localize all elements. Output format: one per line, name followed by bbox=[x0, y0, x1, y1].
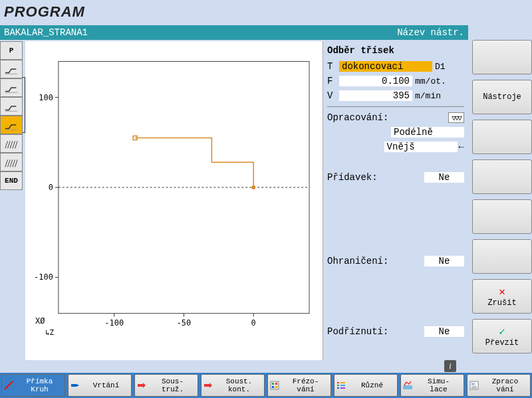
undercut-label: Podříznutí: bbox=[327, 326, 388, 337]
svg-rect-28 bbox=[337, 387, 339, 389]
svg-text:XØ: XØ bbox=[35, 316, 45, 326]
bk-proc[interactable]: NCZpracování bbox=[467, 374, 531, 397]
plot-area: -100-500-1000100XØ↳Z bbox=[25, 41, 323, 360]
svg-rect-18 bbox=[71, 384, 76, 387]
svg-rect-29 bbox=[340, 382, 345, 383]
f-value[interactable]: 0.100 bbox=[339, 76, 412, 86]
right-softkeys: Nástroje✕Zrušit✓Převzít bbox=[472, 40, 532, 359]
allowance-value[interactable]: Ne bbox=[424, 172, 464, 183]
f-label: F bbox=[327, 76, 339, 86]
svg-rect-21 bbox=[271, 381, 279, 389]
tool-end[interactable]: END bbox=[0, 171, 23, 190]
svg-text:NC: NC bbox=[471, 383, 475, 387]
svg-text:-50: -50 bbox=[177, 318, 192, 328]
allowance-label: Přídavek: bbox=[327, 172, 378, 183]
parameter-panel: Odběr třísek T dokoncovaci D1 F 0.100 mm… bbox=[323, 41, 468, 360]
svg-rect-31 bbox=[340, 387, 345, 389]
svg-rect-23 bbox=[275, 383, 277, 385]
svg-text:100: 100 bbox=[39, 93, 53, 102]
tool-hatch2[interactable] bbox=[0, 153, 23, 171]
sk6[interactable] bbox=[472, 239, 532, 274]
bk-turn[interactable]: Sous-truž. bbox=[134, 374, 198, 397]
close-icon: ✕ bbox=[499, 285, 505, 298]
bk-mill[interactable]: Frézo-vání bbox=[267, 374, 331, 397]
header-right: Název nástr. bbox=[397, 27, 464, 38]
svg-rect-24 bbox=[272, 386, 274, 388]
tool-p[interactable]: P bbox=[0, 41, 23, 60]
v-label: V bbox=[327, 90, 339, 101]
svg-rect-22 bbox=[272, 383, 274, 385]
v-unit: m/min bbox=[415, 91, 441, 101]
finish-symbol[interactable]: ▽▽▽ bbox=[448, 112, 464, 123]
f-unit: mm/ot. bbox=[415, 76, 446, 86]
machining-label: Opracování: bbox=[327, 112, 388, 123]
svg-rect-27 bbox=[337, 385, 339, 386]
tool-cut3[interactable] bbox=[0, 97, 23, 116]
svg-text:-100: -100 bbox=[104, 318, 124, 328]
left-toolbar: PEND bbox=[0, 41, 23, 190]
bk-misc[interactable]: Různé bbox=[334, 374, 398, 397]
sk4[interactable] bbox=[472, 159, 532, 194]
svg-rect-25 bbox=[275, 386, 277, 388]
sk-cancel[interactable]: ✕Zrušit bbox=[472, 279, 532, 314]
bk-drill[interactable]: Vrtání bbox=[68, 374, 132, 397]
check-icon: ✓ bbox=[499, 325, 505, 338]
bk-line[interactable]: PřímkaKruh bbox=[1, 374, 65, 397]
tool-cut4[interactable] bbox=[0, 116, 23, 134]
svg-text:0: 0 bbox=[251, 318, 256, 328]
svg-rect-20 bbox=[204, 384, 209, 387]
t-label: T bbox=[327, 61, 339, 72]
arrow-left-icon: ← bbox=[459, 142, 464, 152]
t-d: D1 bbox=[435, 62, 446, 72]
app-title: PROGRAM bbox=[4, 3, 85, 21]
dir2-value[interactable]: Vnějš bbox=[384, 142, 458, 152]
bk-cont[interactable]: Soust.kont. bbox=[201, 374, 265, 397]
sk-tools[interactable]: Nástroje bbox=[472, 80, 532, 114]
svg-rect-30 bbox=[340, 385, 345, 386]
svg-text:↳Z: ↳Z bbox=[45, 328, 55, 337]
sk1[interactable] bbox=[472, 40, 532, 74]
svg-rect-32 bbox=[403, 385, 412, 389]
sk5[interactable] bbox=[472, 199, 532, 234]
bottom-softkeys: PřímkaKruhVrtáníSous-truž.Soust.kont.Fré… bbox=[0, 373, 532, 398]
header-bar: BAKALAR_STRANA1 Název nástr. bbox=[0, 25, 468, 40]
tool-cut1[interactable] bbox=[0, 60, 23, 78]
v-value[interactable]: 395 bbox=[339, 90, 412, 101]
t-value[interactable]: dokoncovaci bbox=[339, 61, 432, 72]
bk-sim[interactable]: Simu-lace bbox=[400, 374, 464, 397]
svg-text:0: 0 bbox=[49, 183, 53, 192]
dir1-value[interactable]: Podélně bbox=[391, 127, 464, 138]
sk-accept[interactable]: ✓Převzít bbox=[472, 319, 532, 353]
info-icon[interactable]: i bbox=[444, 360, 456, 372]
limit-value[interactable]: Ne bbox=[424, 256, 464, 266]
param-title: Odběr třísek bbox=[327, 44, 464, 60]
limit-label: Ohraničení: bbox=[327, 256, 388, 266]
undercut-value[interactable]: Ne bbox=[424, 326, 464, 337]
svg-rect-19 bbox=[138, 384, 143, 387]
svg-text:-100: -100 bbox=[34, 272, 53, 282]
tool-hatch1[interactable] bbox=[0, 134, 23, 153]
svg-point-17 bbox=[251, 185, 255, 189]
tool-cut2[interactable] bbox=[0, 78, 23, 97]
file-name: BAKALAR_STRANA1 bbox=[4, 27, 88, 38]
sk3[interactable] bbox=[472, 120, 532, 154]
svg-rect-26 bbox=[337, 382, 339, 383]
